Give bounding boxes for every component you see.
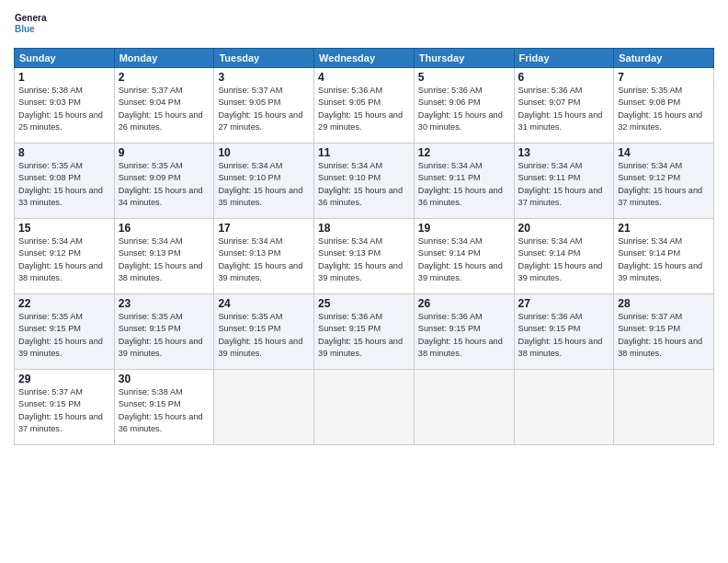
day-number: 29 bbox=[18, 373, 110, 385]
day-info: Sunrise: 5:36 AMSunset: 9:07 PMDaylight:… bbox=[518, 85, 610, 133]
day-number: 8 bbox=[18, 146, 110, 159]
week-row-2: 8Sunrise: 5:35 AMSunset: 9:08 PMDaylight… bbox=[15, 144, 714, 219]
weekday-saturday: Saturday bbox=[614, 49, 714, 68]
calendar-cell bbox=[314, 370, 415, 445]
day-info: Sunrise: 5:35 AMSunset: 9:08 PMDaylight:… bbox=[618, 85, 710, 133]
week-row-1: 1Sunrise: 5:38 AMSunset: 9:03 PMDaylight… bbox=[15, 68, 714, 144]
calendar-table: SundayMondayTuesdayWednesdayThursdayFrid… bbox=[14, 48, 714, 445]
calendar-cell: 9Sunrise: 5:35 AMSunset: 9:09 PMDaylight… bbox=[114, 144, 214, 219]
day-info: Sunrise: 5:35 AMSunset: 9:15 PMDaylight:… bbox=[119, 311, 210, 360]
day-number: 22 bbox=[18, 297, 110, 310]
day-info: Sunrise: 5:35 AMSunset: 9:09 PMDaylight:… bbox=[119, 160, 210, 209]
day-info: Sunrise: 5:37 AMSunset: 9:05 PMDaylight:… bbox=[218, 85, 310, 133]
calendar-cell: 29Sunrise: 5:37 AMSunset: 9:15 PMDayligh… bbox=[15, 370, 115, 445]
day-info: Sunrise: 5:37 AMSunset: 9:15 PMDaylight:… bbox=[618, 311, 710, 360]
day-number: 18 bbox=[318, 222, 410, 235]
day-info: Sunrise: 5:34 AMSunset: 9:14 PMDaylight:… bbox=[618, 236, 710, 284]
day-number: 28 bbox=[618, 297, 710, 310]
day-number: 30 bbox=[119, 373, 210, 385]
weekday-friday: Friday bbox=[514, 49, 614, 68]
day-number: 20 bbox=[518, 222, 610, 235]
weekday-header-row: SundayMondayTuesdayWednesdayThursdayFrid… bbox=[15, 49, 714, 68]
calendar-cell: 8Sunrise: 5:35 AMSunset: 9:08 PMDaylight… bbox=[15, 144, 115, 219]
day-info: Sunrise: 5:34 AMSunset: 9:10 PMDaylight:… bbox=[318, 160, 410, 209]
day-number: 10 bbox=[218, 146, 310, 159]
day-info: Sunrise: 5:36 AMSunset: 9:15 PMDaylight:… bbox=[318, 311, 410, 360]
calendar-cell: 19Sunrise: 5:34 AMSunset: 9:14 PMDayligh… bbox=[414, 219, 514, 294]
day-info: Sunrise: 5:34 AMSunset: 9:14 PMDaylight:… bbox=[518, 236, 610, 284]
day-info: Sunrise: 5:36 AMSunset: 9:15 PMDaylight:… bbox=[518, 311, 610, 360]
weekday-thursday: Thursday bbox=[414, 49, 514, 68]
calendar-cell: 11Sunrise: 5:34 AMSunset: 9:10 PMDayligh… bbox=[314, 144, 415, 219]
calendar-cell: 3Sunrise: 5:37 AMSunset: 9:05 PMDaylight… bbox=[214, 68, 314, 144]
calendar-cell: 6Sunrise: 5:36 AMSunset: 9:07 PMDaylight… bbox=[514, 68, 614, 144]
day-info: Sunrise: 5:36 AMSunset: 9:05 PMDaylight:… bbox=[318, 85, 410, 133]
week-row-4: 22Sunrise: 5:35 AMSunset: 9:15 PMDayligh… bbox=[15, 294, 714, 370]
weekday-sunday: Sunday bbox=[15, 49, 115, 68]
day-number: 24 bbox=[218, 297, 310, 310]
calendar-cell bbox=[514, 370, 614, 445]
day-info: Sunrise: 5:34 AMSunset: 9:13 PMDaylight:… bbox=[318, 236, 410, 284]
day-number: 6 bbox=[518, 71, 610, 84]
day-info: Sunrise: 5:35 AMSunset: 9:15 PMDaylight:… bbox=[18, 311, 110, 360]
calendar-cell: 23Sunrise: 5:35 AMSunset: 9:15 PMDayligh… bbox=[114, 294, 214, 370]
weekday-wednesday: Wednesday bbox=[314, 49, 415, 68]
week-row-3: 15Sunrise: 5:34 AMSunset: 9:12 PMDayligh… bbox=[15, 219, 714, 294]
calendar-cell: 15Sunrise: 5:34 AMSunset: 9:12 PMDayligh… bbox=[15, 219, 115, 294]
page: General Blue SundayMondayTuesdayWednesda… bbox=[0, 0, 728, 563]
day-info: Sunrise: 5:36 AMSunset: 9:06 PMDaylight:… bbox=[418, 85, 510, 133]
day-number: 23 bbox=[119, 297, 210, 310]
day-number: 26 bbox=[418, 297, 510, 310]
calendar-cell: 22Sunrise: 5:35 AMSunset: 9:15 PMDayligh… bbox=[15, 294, 115, 370]
calendar-cell: 24Sunrise: 5:35 AMSunset: 9:15 PMDayligh… bbox=[214, 294, 314, 370]
day-info: Sunrise: 5:38 AMSunset: 9:03 PMDaylight:… bbox=[18, 85, 110, 133]
calendar-cell: 2Sunrise: 5:37 AMSunset: 9:04 PMDaylight… bbox=[114, 68, 214, 144]
week-row-5: 29Sunrise: 5:37 AMSunset: 9:15 PMDayligh… bbox=[15, 370, 714, 445]
calendar-cell: 14Sunrise: 5:34 AMSunset: 9:12 PMDayligh… bbox=[614, 144, 714, 219]
day-info: Sunrise: 5:34 AMSunset: 9:12 PMDaylight:… bbox=[618, 160, 710, 209]
calendar-cell: 5Sunrise: 5:36 AMSunset: 9:06 PMDaylight… bbox=[414, 68, 514, 144]
day-number: 13 bbox=[518, 146, 610, 159]
day-info: Sunrise: 5:37 AMSunset: 9:04 PMDaylight:… bbox=[119, 85, 210, 133]
day-number: 7 bbox=[618, 71, 710, 84]
day-number: 19 bbox=[418, 222, 510, 235]
day-number: 14 bbox=[618, 146, 710, 159]
calendar-cell: 26Sunrise: 5:36 AMSunset: 9:15 PMDayligh… bbox=[414, 294, 514, 370]
calendar-cell: 12Sunrise: 5:34 AMSunset: 9:11 PMDayligh… bbox=[414, 144, 514, 219]
header: General Blue bbox=[14, 9, 714, 42]
calendar-cell: 10Sunrise: 5:34 AMSunset: 9:10 PMDayligh… bbox=[214, 144, 314, 219]
day-info: Sunrise: 5:34 AMSunset: 9:13 PMDaylight:… bbox=[119, 236, 210, 284]
day-number: 12 bbox=[418, 146, 510, 159]
calendar-cell: 30Sunrise: 5:38 AMSunset: 9:15 PMDayligh… bbox=[114, 370, 214, 445]
calendar-cell: 18Sunrise: 5:34 AMSunset: 9:13 PMDayligh… bbox=[314, 219, 415, 294]
day-info: Sunrise: 5:34 AMSunset: 9:10 PMDaylight:… bbox=[218, 160, 310, 209]
calendar-cell: 28Sunrise: 5:37 AMSunset: 9:15 PMDayligh… bbox=[614, 294, 714, 370]
day-info: Sunrise: 5:34 AMSunset: 9:11 PMDaylight:… bbox=[418, 160, 510, 209]
calendar-cell bbox=[614, 370, 714, 445]
day-number: 16 bbox=[119, 222, 210, 235]
day-number: 4 bbox=[318, 71, 410, 84]
calendar-cell: 7Sunrise: 5:35 AMSunset: 9:08 PMDaylight… bbox=[614, 68, 714, 144]
day-number: 27 bbox=[518, 297, 610, 310]
calendar-cell: 4Sunrise: 5:36 AMSunset: 9:05 PMDaylight… bbox=[314, 68, 415, 144]
svg-text:General: General bbox=[15, 13, 47, 23]
day-info: Sunrise: 5:36 AMSunset: 9:15 PMDaylight:… bbox=[418, 311, 510, 360]
day-info: Sunrise: 5:34 AMSunset: 9:14 PMDaylight:… bbox=[418, 236, 510, 284]
logo-svg: General Blue bbox=[14, 9, 47, 42]
svg-text:Blue: Blue bbox=[15, 24, 35, 34]
day-info: Sunrise: 5:35 AMSunset: 9:08 PMDaylight:… bbox=[18, 160, 110, 209]
calendar-cell: 20Sunrise: 5:34 AMSunset: 9:14 PMDayligh… bbox=[514, 219, 614, 294]
calendar-cell: 1Sunrise: 5:38 AMSunset: 9:03 PMDaylight… bbox=[15, 68, 115, 144]
day-number: 11 bbox=[318, 146, 410, 159]
calendar-cell: 16Sunrise: 5:34 AMSunset: 9:13 PMDayligh… bbox=[114, 219, 214, 294]
weekday-monday: Monday bbox=[114, 49, 214, 68]
day-number: 15 bbox=[18, 222, 110, 235]
calendar-cell bbox=[214, 370, 314, 445]
calendar-cell: 17Sunrise: 5:34 AMSunset: 9:13 PMDayligh… bbox=[214, 219, 314, 294]
day-info: Sunrise: 5:38 AMSunset: 9:15 PMDaylight:… bbox=[119, 386, 210, 435]
calendar-cell: 27Sunrise: 5:36 AMSunset: 9:15 PMDayligh… bbox=[514, 294, 614, 370]
day-info: Sunrise: 5:34 AMSunset: 9:13 PMDaylight:… bbox=[218, 236, 310, 284]
day-number: 5 bbox=[418, 71, 510, 84]
day-number: 3 bbox=[218, 71, 310, 84]
day-info: Sunrise: 5:34 AMSunset: 9:11 PMDaylight:… bbox=[518, 160, 610, 209]
